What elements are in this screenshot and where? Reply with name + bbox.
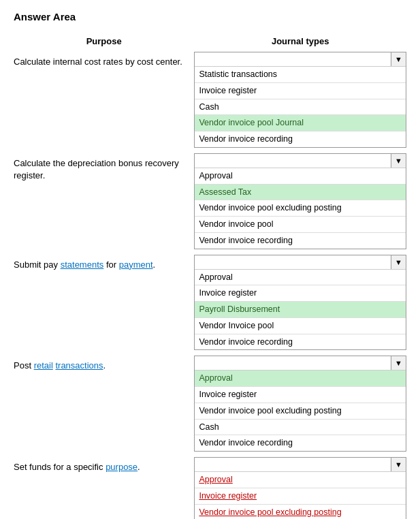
list-item[interactable]: Vendor invoice pool excluding posting [195, 200, 406, 217]
list-item[interactable]: Invoice register [195, 285, 406, 302]
list-item[interactable]: Approval [195, 371, 406, 387]
list-item[interactable]: Vendor invoice recording [195, 435, 406, 451]
list-item[interactable]: Vendor invoice recording [195, 334, 406, 350]
dropdown-arrow-icon[interactable]: ▼ [391, 154, 406, 168]
list-item[interactable]: Vendor invoice pool excluding posting [195, 505, 406, 520]
table-row: Calculate the depreciation bonus recover… [14, 153, 406, 249]
purpose-column-header: Purpose [14, 33, 194, 52]
table-row: Submit pay statements for payment.▼Appro… [14, 255, 406, 351]
list-item[interactable]: Statistic transactions [195, 67, 406, 83]
list-item[interactable]: Vendor invoice pool excluding posting [195, 403, 406, 420]
journal-cell-4: ▼ApprovalInvoice registerVendor invoice … [194, 356, 406, 452]
list-item[interactable]: Vendor invoice pool Journal [195, 115, 406, 131]
journal-cell-2: ▼ApprovalAssessed TaxVendor invoice pool… [194, 153, 406, 249]
list-item[interactable]: Invoice register [195, 387, 406, 403]
list-item[interactable]: Payroll Disbursement [195, 302, 406, 318]
purpose-cell-4: Post retail transactions. [14, 356, 194, 452]
list-item[interactable]: Vendor Invoice pool [195, 318, 406, 334]
list-item[interactable]: Approval [195, 168, 406, 185]
table-row: Post retail transactions.▼ApprovalInvoic… [14, 356, 406, 452]
list-item[interactable]: Vendor invoice recording [195, 233, 406, 249]
table-row: Calculate internal cost rates by cost ce… [14, 52, 406, 148]
journal-types-column-header: Journal types [194, 33, 406, 52]
dropdown-arrow-icon[interactable]: ▼ [391, 255, 406, 269]
list-item[interactable]: Invoice register [195, 83, 406, 99]
journal-cell-3: ▼ApprovalInvoice registerPayroll Disburs… [194, 255, 406, 351]
list-item[interactable]: Vendor invoice pool [195, 217, 406, 233]
list-item[interactable]: Approval [195, 270, 406, 286]
purpose-cell-1: Calculate internal cost rates by cost ce… [14, 52, 194, 148]
list-item[interactable]: Vendor invoice recording [195, 131, 406, 147]
purpose-cell-2: Calculate the depreciation bonus recover… [14, 153, 194, 249]
dropdown-arrow-icon[interactable]: ▼ [391, 52, 406, 66]
list-item[interactable]: Invoice register [195, 488, 406, 505]
page-title: Answer Area [14, 11, 406, 22]
table-row: Set funds for a specific purpose.▼Approv… [14, 457, 406, 519]
list-item[interactable]: Cash [195, 99, 406, 116]
list-item[interactable]: Assessed Tax [195, 185, 406, 201]
dropdown-arrow-icon[interactable]: ▼ [391, 356, 406, 370]
dropdown-arrow-icon[interactable]: ▼ [391, 458, 406, 471]
purpose-cell-5: Set funds for a specific purpose. [14, 457, 194, 519]
purpose-cell-3: Submit pay statements for payment. [14, 255, 194, 351]
journal-cell-1: ▼Statistic transactionsInvoice registerC… [194, 52, 406, 148]
list-item[interactable]: Cash [195, 420, 406, 436]
journal-cell-5: ▼ApprovalInvoice registerVendor invoice … [194, 457, 406, 519]
list-item[interactable]: Approval [195, 472, 406, 488]
